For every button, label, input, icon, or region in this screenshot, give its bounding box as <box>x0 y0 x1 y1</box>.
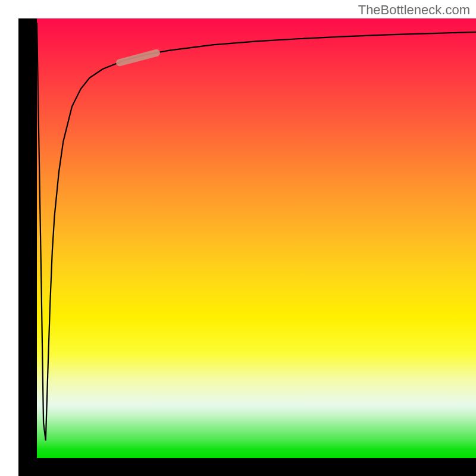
curve-path <box>37 18 476 458</box>
watermark-text: TheBottleneck.com <box>358 2 470 18</box>
chart-frame <box>18 18 476 476</box>
